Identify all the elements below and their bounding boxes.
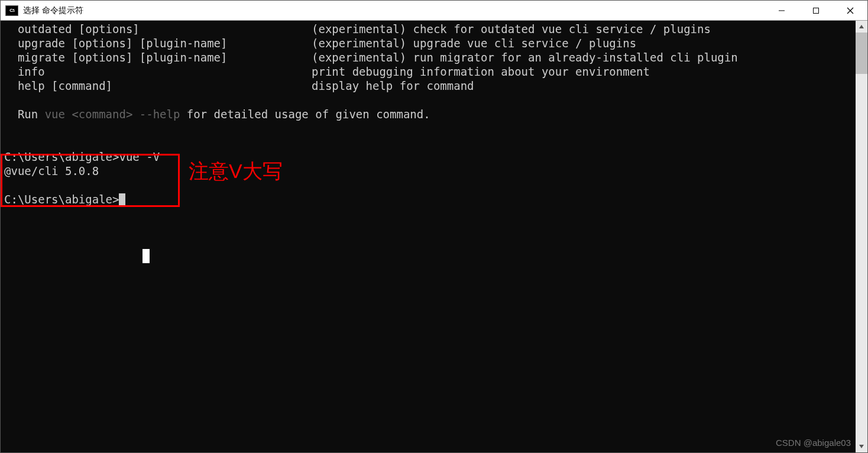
cmd-app-icon: C:\ [5,5,18,16]
minimize-button[interactable] [765,1,799,20]
help-footer: Run vue <command> --help for detailed us… [4,108,430,121]
scrollbar-thumb[interactable] [856,33,867,74]
maximize-button[interactable] [799,1,833,20]
help-line: help [command]display help for command [4,79,474,92]
annotation-text: 注意V大写 [189,164,283,178]
titlebar: C:\ 选择 命令提示符 [1,1,867,21]
svg-rect-0 [779,10,785,11]
watermark: CSDN @abigale03 [776,436,851,450]
cmd-window: C:\ 选择 命令提示符 outdated [options](experime… [0,0,868,453]
help-line: outdated [options](experimental) check f… [4,22,711,35]
text-cursor [119,193,125,206]
window-controls [765,1,867,20]
svg-rect-1 [814,8,819,13]
maximize-icon [812,7,820,14]
chevron-down-icon [859,444,864,449]
chevron-up-icon [859,24,864,30]
scroll-down-button[interactable] [856,441,867,452]
close-icon [847,7,854,14]
scroll-up-button[interactable] [856,21,867,33]
help-footer-link: vue <command> --help [45,108,180,121]
vertical-scrollbar[interactable] [856,21,867,452]
prompt-line-1: C:\Users\abigale>vue -V [4,150,160,163]
close-button[interactable] [833,1,867,20]
minimize-icon [778,7,785,14]
scrollbar-track[interactable] [856,33,867,441]
help-line: upgrade [options] [plugin-name](experime… [4,37,636,50]
window-title: 选择 命令提示符 [23,5,765,16]
prompt-line-2: C:\Users\abigale> [4,193,119,206]
help-line: migrate [options] [plugin-name](experime… [4,51,738,64]
terminal-wrap: outdated [options](experimental) check f… [1,21,867,452]
selection-cursor [142,249,150,263]
svg-marker-4 [859,25,864,28]
svg-marker-5 [859,445,864,448]
help-line: infoprint debugging information about yo… [4,65,650,78]
terminal-output[interactable]: outdated [options](experimental) check f… [1,21,856,452]
version-output: @vue/cli 5.0.8 [4,164,99,177]
